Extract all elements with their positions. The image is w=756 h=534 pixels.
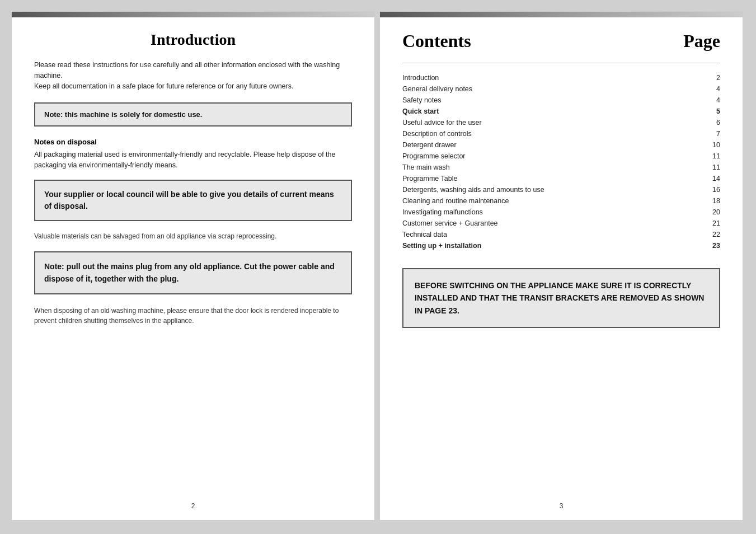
contents-page-number: 6: [673, 117, 720, 128]
left-page-number: 2: [191, 502, 195, 510]
warning-text: BEFORE SWITCHING ON THE APPLIANCE MAKE S…: [415, 281, 704, 315]
contents-label: Technical data: [402, 229, 673, 240]
warning-box: BEFORE SWITCHING ON THE APPLIANCE MAKE S…: [402, 268, 720, 328]
table-row: Investigating malfunctions20: [402, 207, 720, 218]
contents-page-number: 5: [673, 106, 720, 117]
right-header-bar: [380, 12, 743, 17]
table-row: Setting up + installation23: [402, 240, 720, 251]
mains-note-text: Note: pull out the mains plug from any o…: [44, 262, 335, 283]
contents-header: Contents Page: [402, 31, 720, 51]
contents-label: Cleaning and routine maintenance: [402, 195, 673, 207]
mains-note-box: Note: pull out the mains plug from any o…: [34, 251, 352, 294]
contents-page-number: 20: [673, 207, 720, 218]
contents-table: Introduction2General delivery notes4Safe…: [402, 72, 720, 251]
table-row: Safety notes4: [402, 95, 720, 106]
table-row: Programme selector11: [402, 151, 720, 162]
supplier-note-box: Your supplier or local council will be a…: [34, 180, 352, 221]
page-label: Page: [683, 31, 720, 51]
contents-page-number: 11: [673, 162, 720, 173]
table-row: Cleaning and routine maintenance18: [402, 195, 720, 207]
valuable-text: Valuable materials can be salvaged from …: [34, 232, 352, 240]
contents-label: Safety notes: [402, 95, 673, 106]
table-row: Description of controls7: [402, 128, 720, 139]
contents-page-number: 2: [673, 72, 720, 83]
contents-label: Introduction: [402, 72, 673, 83]
disposal-text: All packaging material used is environme…: [34, 149, 352, 171]
domestic-note-text: Note: this machine is solely for domesti…: [44, 110, 202, 119]
table-row: Customer service + Guarantee21: [402, 218, 720, 229]
table-row: General delivery notes4: [402, 83, 720, 95]
table-row: Useful advice for the user6: [402, 117, 720, 128]
supplier-note-text: Your supplier or local council will be a…: [44, 190, 334, 210]
contents-page-number: 4: [673, 83, 720, 95]
door-text: When disposing of an old washing machine…: [34, 306, 352, 326]
contents-label: Description of controls: [402, 128, 673, 139]
contents-label: The main wash: [402, 162, 673, 173]
contents-label: Customer service + Guarantee: [402, 218, 673, 229]
contents-title: Contents: [402, 31, 471, 51]
contents-page-number: 18: [673, 195, 720, 207]
contents-label: Programme selector: [402, 151, 673, 162]
contents-page-number: 21: [673, 218, 720, 229]
table-row: Introduction2: [402, 72, 720, 83]
contents-divider: [402, 63, 720, 63]
contents-label: Useful advice for the user: [402, 117, 673, 128]
left-page: Introduction Please read these instructi…: [11, 11, 375, 521]
left-page-title: Introduction: [34, 31, 352, 49]
contents-label: General delivery notes: [402, 83, 673, 95]
table-row: Programme Table14: [402, 173, 720, 184]
table-row: The main wash11: [402, 162, 720, 173]
left-header-bar: [12, 12, 374, 17]
contents-page-number: 10: [673, 139, 720, 151]
contents-page-number: 23: [673, 240, 720, 251]
table-row: Detergents, washing aids and amounts to …: [402, 184, 720, 195]
contents-page-number: 22: [673, 229, 720, 240]
domestic-note-box: Note: this machine is solely for domesti…: [34, 102, 352, 127]
contents-label: Detergents, washing aids and amounts to …: [402, 184, 673, 195]
contents-label: Programme Table: [402, 173, 673, 184]
contents-page-number: 16: [673, 184, 720, 195]
contents-label: Detergent drawer: [402, 139, 673, 151]
contents-page-number: 11: [673, 151, 720, 162]
disposal-heading: Notes on disposal: [34, 138, 352, 146]
right-page-number: 3: [560, 502, 564, 510]
right-page: Contents Page Introduction2General deliv…: [379, 11, 743, 521]
contents-label: Quick start: [402, 106, 673, 117]
contents-page-number: 14: [673, 173, 720, 184]
table-row: Quick start5: [402, 106, 720, 117]
table-row: Detergent drawer10: [402, 139, 720, 151]
contents-page-number: 7: [673, 128, 720, 139]
contents-page-number: 4: [673, 95, 720, 106]
intro-paragraph: Please read these instructions for use c…: [34, 60, 352, 91]
table-row: Technical data22: [402, 229, 720, 240]
contents-label: Investigating malfunctions: [402, 207, 673, 218]
contents-label: Setting up + installation: [402, 240, 673, 251]
